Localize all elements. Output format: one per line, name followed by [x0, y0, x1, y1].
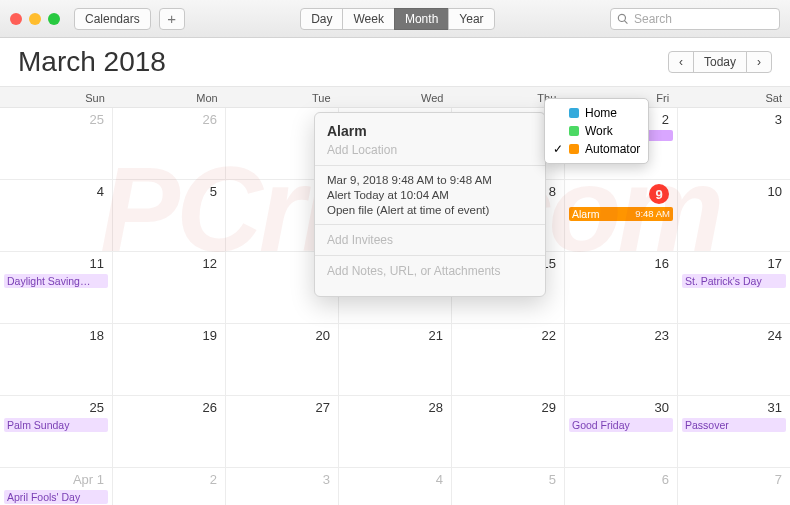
event-title[interactable]: Alarm [327, 123, 533, 139]
day-number: 26 [117, 398, 221, 417]
day-number: 28 [343, 398, 447, 417]
day-number: 4 [4, 182, 108, 201]
day-number: 5 [117, 182, 221, 201]
day-cell[interactable]: 5 [452, 468, 565, 505]
calendar-label: Automator [585, 142, 640, 156]
day-cell[interactable]: 18 [0, 324, 113, 395]
weekday-label: Mon [113, 87, 226, 107]
day-number: 27 [230, 398, 334, 417]
event[interactable]: Palm Sunday [4, 418, 108, 432]
event[interactable]: Good Friday [569, 418, 673, 432]
prev-button[interactable]: ‹ [668, 51, 694, 73]
day-cell[interactable]: 5 [113, 180, 226, 251]
event[interactable]: Passover [682, 418, 786, 432]
day-cell[interactable]: 26 [113, 396, 226, 467]
today-button[interactable]: Today [693, 51, 747, 73]
header: March 2018 ‹ Today › [0, 38, 790, 86]
view-day[interactable]: Day [300, 8, 343, 30]
search-placeholder: Search [634, 12, 672, 26]
day-cell[interactable]: 2 [113, 468, 226, 505]
calendar-option[interactable]: Work [553, 122, 640, 140]
day-cell[interactable]: 6 [565, 468, 678, 505]
day-number: 22 [456, 326, 560, 345]
day-cell[interactable]: 27 [226, 396, 339, 467]
minimize-icon[interactable] [29, 13, 41, 25]
event[interactable]: St. Patrick's Day [682, 274, 786, 288]
calendars-button[interactable]: Calendars [74, 8, 151, 30]
day-number: 3 [682, 110, 786, 129]
day-number: 10 [682, 182, 786, 201]
view-year[interactable]: Year [448, 8, 494, 30]
search-input[interactable]: Search [610, 8, 780, 30]
invitees-field[interactable]: Add Invitees [327, 233, 533, 247]
day-cell[interactable]: 26 [113, 108, 226, 179]
calendar-list-popover: HomeWork✓Automator [544, 98, 649, 164]
next-button[interactable]: › [746, 51, 772, 73]
day-number: 30 [569, 398, 673, 417]
notes-field[interactable]: Add Notes, URL, or Attachments [327, 264, 533, 278]
day-number: Apr 1 [4, 470, 108, 489]
day-cell[interactable]: 21 [339, 324, 452, 395]
zoom-icon[interactable] [48, 13, 60, 25]
day-number: 3 [230, 470, 334, 489]
day-number: 5 [456, 470, 560, 489]
day-cell[interactable]: Apr 1April Fools' DayEaster [0, 468, 113, 505]
day-cell[interactable]: 29 [452, 396, 565, 467]
day-cell[interactable]: 23 [565, 324, 678, 395]
page-title: March 2018 [18, 46, 166, 78]
calendar-option[interactable]: Home [553, 104, 640, 122]
event[interactable]: April Fools' Day [4, 490, 108, 504]
weekday-label: Wed [339, 87, 452, 107]
event[interactable]: Daylight Saving… [4, 274, 108, 288]
titlebar: Calendars + DayWeekMonthYear Search [0, 0, 790, 38]
day-cell[interactable]: 4 [0, 180, 113, 251]
day-cell[interactable]: 25Palm Sunday [0, 396, 113, 467]
calendar-option[interactable]: ✓Automator [553, 140, 640, 158]
day-number: 25 [4, 110, 108, 129]
day-number: 11 [4, 254, 108, 273]
day-cell[interactable]: 30Good Friday [565, 396, 678, 467]
day-number: 20 [230, 326, 334, 345]
day-number: 19 [117, 326, 221, 345]
day-cell[interactable]: 24 [678, 324, 790, 395]
day-cell[interactable]: 28 [339, 396, 452, 467]
view-week[interactable]: Week [342, 8, 394, 30]
day-cell[interactable]: 10 [678, 180, 790, 251]
day-number: 24 [682, 326, 786, 345]
add-button[interactable]: + [159, 8, 185, 30]
day-cell[interactable]: 3 [226, 468, 339, 505]
day-cell[interactable]: 17St. Patrick's Day [678, 252, 790, 323]
day-cell[interactable]: 25 [0, 108, 113, 179]
weekday-header: SunMonTueWedThuFriSat [0, 86, 790, 108]
day-cell[interactable]: 16 [565, 252, 678, 323]
day-number: 18 [4, 326, 108, 345]
day-cell[interactable]: 22 [452, 324, 565, 395]
day-cell[interactable]: 11Daylight Saving… [0, 252, 113, 323]
event-openfile[interactable]: Open file (Alert at time of event) [327, 204, 533, 216]
day-cell[interactable]: 31Passover [678, 396, 790, 467]
view-month[interactable]: Month [394, 8, 449, 30]
event-alert[interactable]: Alert Today at 10:04 AM [327, 189, 533, 201]
day-cell[interactable]: 19 [113, 324, 226, 395]
day-cell[interactable]: 12 [113, 252, 226, 323]
color-swatch [569, 144, 579, 154]
alarm-event[interactable]: Alarm9:48 AM [569, 207, 673, 221]
close-icon[interactable] [10, 13, 22, 25]
weekday-label: Tue [226, 87, 339, 107]
event-datetime[interactable]: Mar 9, 2018 9:48 AM to 9:48 AM [327, 174, 533, 186]
day-number: 17 [682, 254, 786, 273]
day-cell[interactable]: 4 [339, 468, 452, 505]
day-cell[interactable]: 3 [678, 108, 790, 179]
calendar-label: Home [585, 106, 617, 120]
day-cell[interactable]: 20 [226, 324, 339, 395]
day-number: 7 [682, 470, 786, 489]
location-field[interactable]: Add Location [327, 143, 533, 157]
day-number: 25 [4, 398, 108, 417]
day-number: 6 [569, 470, 673, 489]
day-number: 4 [343, 470, 447, 489]
day-cell[interactable]: 9Alarm9:48 AM [565, 180, 678, 251]
day-cell[interactable]: 7 [678, 468, 790, 505]
search-icon [617, 13, 629, 25]
view-segmented: DayWeekMonthYear [300, 8, 494, 30]
day-number: 31 [682, 398, 786, 417]
